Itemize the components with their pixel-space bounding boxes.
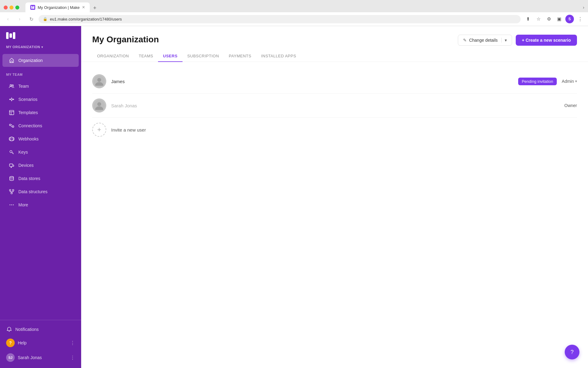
svg-point-13	[10, 176, 14, 178]
svg-rect-1	[32, 6, 33, 9]
user-role-dropdown[interactable]: Admin ▾	[562, 79, 577, 84]
forward-button[interactable]: ›	[15, 15, 24, 23]
address-bar[interactable]: 🔒 eu1.make.com/organization/17480/users	[39, 15, 521, 23]
tab-title: My Organization | Make	[38, 5, 80, 10]
scenarios-icon	[9, 96, 15, 102]
edit-icon: ✎	[463, 38, 467, 43]
active-tab[interactable]: My Organization | Make ×	[25, 2, 90, 12]
sidebar-item-label: Devices	[18, 163, 34, 168]
sidebar-item-connections[interactable]: Connections	[2, 119, 79, 132]
make-logo-icon	[6, 32, 75, 39]
reload-button[interactable]: ↻	[27, 15, 36, 23]
close-window-button[interactable]	[4, 6, 8, 10]
back-button[interactable]: ‹	[4, 15, 12, 23]
maximize-window-button[interactable]	[15, 6, 19, 10]
role-label: Admin	[562, 79, 574, 84]
user-more-button[interactable]: ⋮	[70, 355, 75, 361]
new-tab-button[interactable]: +	[90, 4, 99, 12]
sidebar-item-scenarios[interactable]: Scenarios	[2, 93, 79, 106]
page-title: My Organization	[92, 35, 159, 44]
tab-close-button[interactable]: ×	[82, 5, 85, 10]
sidebar-item-devices[interactable]: Devices	[2, 159, 79, 172]
tab-organization[interactable]: ORGANIZATION	[92, 51, 134, 62]
sidebar-item-templates[interactable]: Templates	[2, 106, 79, 119]
webhooks-icon	[9, 136, 15, 142]
notifications-label: Notifications	[15, 327, 39, 332]
svg-rect-14	[9, 190, 11, 191]
svg-rect-16	[11, 193, 13, 194]
browser-profile-button[interactable]: S	[565, 15, 574, 23]
help-more-button[interactable]: ⋮	[70, 340, 75, 346]
pending-invitation-badge: Pending invitation	[518, 78, 557, 85]
sidebar-item-keys[interactable]: Keys	[2, 146, 79, 159]
role-label: Owner	[564, 103, 577, 108]
user-avatar-small: SJ	[6, 353, 15, 362]
bookmark-button[interactable]: ☆	[534, 15, 543, 23]
svg-rect-8	[9, 110, 14, 115]
browser-window-controls	[4, 6, 19, 10]
svg-point-21	[97, 78, 101, 82]
home-icon	[9, 57, 15, 63]
browser-chrome: My Organization | Make × + › ‹ › ↻ 🔒 eu1…	[0, 0, 588, 26]
sidebar-item-label: Connections	[18, 123, 42, 128]
connections-icon	[9, 123, 15, 129]
sidebar-item-label: Webhooks	[18, 136, 39, 141]
bell-icon	[6, 326, 12, 332]
tab-teams[interactable]: TEAMS	[134, 51, 158, 62]
app-layout: MY ORGANIZATION ▾ Organization MY TEAM T…	[0, 26, 588, 368]
invite-user-row[interactable]: + Invite a new user	[92, 118, 577, 142]
sidebar-item-data-structures[interactable]: Data structures	[2, 185, 79, 198]
svg-rect-2	[34, 6, 35, 9]
avatar	[92, 74, 106, 88]
org-dropdown[interactable]: MY ORGANIZATION ▾	[6, 45, 75, 49]
sidebar-team-nav: Team Scenarios Templates Connections	[0, 78, 81, 213]
sidebar-item-help[interactable]: ? Help ⋮	[0, 335, 81, 350]
sidebar-item-more[interactable]: More	[2, 198, 79, 211]
users-list: James Pending invitation Admin ▾ Sarah J…	[81, 62, 588, 368]
chat-icon: ?	[571, 349, 574, 355]
table-row: James Pending invitation Admin ▾	[92, 69, 577, 94]
sidebar-item-label: Templates	[18, 110, 38, 115]
sidebar-item-label: Keys	[18, 150, 28, 155]
sidebar-item-team[interactable]: Team	[2, 80, 79, 93]
svg-rect-0	[31, 6, 32, 9]
browser-tabs: My Organization | Make × +	[25, 2, 99, 12]
svg-point-4	[12, 85, 13, 86]
browser-menu-button[interactable]: ⋮	[576, 15, 584, 23]
invite-user-label: Invite a new user	[111, 127, 146, 132]
sidebar-button[interactable]: ▣	[555, 15, 564, 23]
svg-point-23	[97, 102, 101, 106]
change-details-chevron[interactable]: ▾	[501, 38, 507, 43]
extensions-button[interactable]: ⚙	[545, 15, 553, 23]
tab-subscription[interactable]: SUBSCRIPTION	[183, 51, 224, 62]
help-label: Help	[18, 340, 27, 345]
share-button[interactable]: ⬆	[524, 15, 532, 23]
sidebar-item-data-stores[interactable]: Data stores	[2, 172, 79, 185]
minimize-window-button[interactable]	[9, 6, 13, 10]
table-row: Sarah Jonas Owner	[92, 94, 577, 118]
org-chevron-icon: ▾	[41, 45, 43, 49]
user-name-label: Sarah Jonas	[18, 355, 42, 360]
tab-payments[interactable]: PAYMENTS	[224, 51, 256, 62]
data-stores-icon	[9, 175, 15, 182]
sidebar-item-user[interactable]: SJ Sarah Jonas ⋮	[0, 350, 81, 365]
help-icon: ?	[6, 339, 15, 347]
tab-users[interactable]: USERS	[158, 51, 182, 62]
url-text: eu1.make.com/organization/17480/users	[50, 17, 122, 21]
tab-installed-apps[interactable]: INSTALLED APPS	[256, 51, 301, 62]
sidebar-footer: Notifications ? Help ⋮ SJ Sarah Jonas ⋮	[0, 320, 81, 368]
sidebar-item-label: Data stores	[18, 176, 40, 181]
sidebar-item-organization[interactable]: Organization	[2, 54, 79, 67]
sidebar-item-notifications[interactable]: Notifications	[0, 323, 81, 335]
create-scenario-button[interactable]: + Create a new scenario	[516, 35, 577, 46]
user-role-label: Owner	[564, 103, 577, 108]
browser-actions: ⬆ ☆ ⚙ ▣ S ⋮	[524, 15, 584, 23]
svg-point-3	[10, 85, 12, 86]
sidebar-item-webhooks[interactable]: Webhooks	[2, 132, 79, 145]
svg-point-18	[11, 205, 12, 205]
sidebar-logo[interactable]	[0, 26, 81, 42]
svg-point-17	[9, 205, 10, 205]
keys-icon	[9, 149, 15, 155]
chat-support-button[interactable]: ?	[565, 345, 579, 359]
change-details-button[interactable]: ✎ Change details ▾	[458, 35, 512, 46]
